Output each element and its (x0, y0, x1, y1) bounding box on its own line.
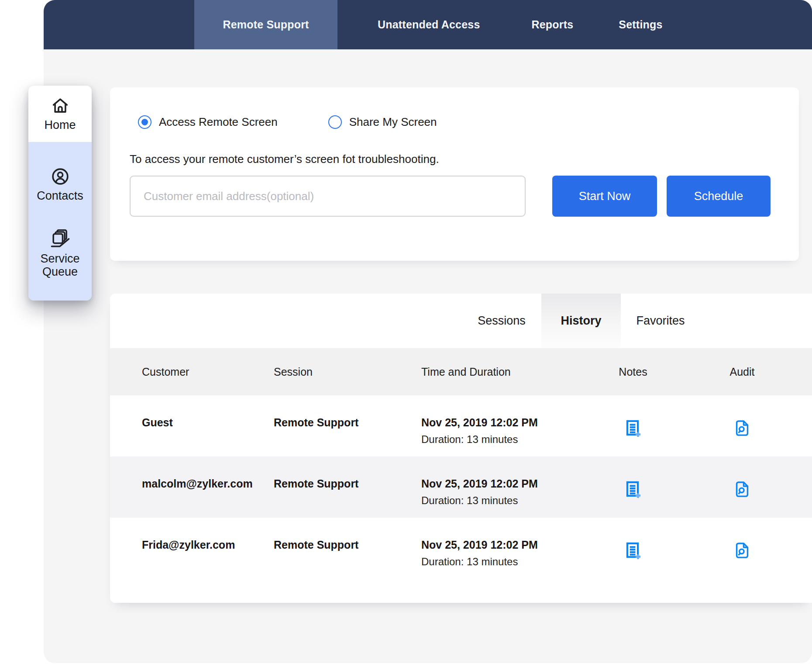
contacts-icon (50, 166, 70, 187)
sidebar-item-label: ServiceQueue (40, 252, 79, 278)
service-queue-icon (49, 228, 71, 249)
nav-tab-remote-support[interactable]: Remote Support (194, 0, 337, 49)
col-header-session: Session (274, 366, 421, 378)
audit-document-icon[interactable] (732, 418, 752, 440)
session-cell: Remote Support (274, 477, 421, 490)
radio-dot (141, 119, 148, 125)
time-cell: Nov 25, 2019 12:02 PM (421, 539, 578, 551)
nav-tab-unattended-access[interactable]: Unattended Access (378, 0, 480, 49)
col-header-audit: Audit (688, 366, 797, 378)
table-row: Guest Remote Support Nov 25, 2019 12:02 … (110, 395, 812, 456)
table-row: malcolm@zylker.com Remote Support Nov 25… (110, 456, 812, 518)
customer-email-input[interactable] (130, 176, 526, 217)
sessions-card: Sessions History Favorites Customer Sess… (110, 294, 812, 603)
duration-cell: Duration: 13 minutes (421, 433, 578, 446)
session-cell: Remote Support (274, 539, 421, 551)
share-my-screen-radio[interactable] (328, 115, 342, 129)
customer-cell: Guest (142, 416, 274, 429)
app-window: Remote Support Unattended Access Reports… (44, 0, 812, 663)
tabs-spacer (110, 294, 462, 348)
tab-sessions[interactable]: Sessions (462, 294, 541, 348)
start-session-form: Start Now Schedule (130, 176, 779, 217)
schedule-button[interactable]: Schedule (667, 176, 771, 217)
customer-cell: Frida@zylker.com (142, 539, 274, 551)
time-cell: Nov 25, 2019 12:02 PM (421, 477, 578, 490)
add-note-icon[interactable] (623, 540, 643, 562)
tab-label: History (561, 314, 601, 328)
home-icon (50, 96, 70, 116)
session-cell: Remote Support (274, 416, 421, 429)
sessions-tabs: Sessions History Favorites (110, 294, 812, 348)
sidebar-blue-section: Contacts ServiceQueue (28, 142, 92, 279)
customer-cell: malcolm@zylker.com (142, 477, 274, 490)
remote-access-card: Access Remote Screen Share My Screen To … (110, 87, 799, 261)
audit-document-icon[interactable] (732, 540, 752, 562)
sidebar-item-service-queue[interactable]: ServiceQueue (40, 228, 79, 278)
start-now-button[interactable]: Start Now (552, 176, 657, 217)
table-row: Frida@zylker.com Remote Support Nov 25, … (110, 518, 812, 603)
nav-spacer (44, 0, 194, 49)
tab-history[interactable]: History (541, 294, 621, 348)
instruction-text: To access your remote customer’s screen … (130, 152, 799, 166)
col-header-customer: Customer (142, 366, 274, 378)
audit-document-icon[interactable] (732, 479, 752, 501)
history-table-header: Customer Session Time and Duration Notes… (110, 348, 812, 395)
nav-tab-reports[interactable]: Reports (532, 0, 574, 49)
sidebar: Home Contacts (28, 86, 92, 301)
access-remote-screen-radio[interactable] (138, 115, 151, 129)
top-navigation: Remote Support Unattended Access Reports… (44, 0, 812, 49)
add-note-icon[interactable] (623, 418, 643, 440)
nav-tab-label: Remote Support (223, 18, 309, 31)
tab-label: Favorites (636, 314, 685, 328)
duration-cell: Duration: 13 minutes (421, 495, 578, 507)
sidebar-item-home[interactable]: Home (28, 86, 92, 142)
nav-tab-label: Reports (532, 18, 574, 31)
col-header-notes: Notes (578, 366, 688, 378)
screen-mode-radio-group: Access Remote Screen Share My Screen (110, 87, 799, 129)
page: Remote Support Unattended Access Reports… (0, 0, 812, 664)
sidebar-item-contacts[interactable]: Contacts (37, 166, 83, 202)
sidebar-item-label: Contacts (37, 189, 83, 202)
add-note-icon[interactable] (623, 479, 643, 501)
sidebar-item-label: Home (44, 118, 76, 131)
time-cell: Nov 25, 2019 12:02 PM (421, 416, 578, 429)
nav-tab-label: Settings (619, 18, 662, 31)
duration-cell: Duration: 13 minutes (421, 556, 578, 568)
share-my-screen-label[interactable]: Share My Screen (349, 115, 437, 129)
nav-tab-settings[interactable]: Settings (619, 0, 662, 49)
tab-label: Sessions (478, 314, 526, 328)
col-header-time-duration: Time and Duration (421, 366, 578, 378)
nav-tab-label: Unattended Access (378, 18, 480, 31)
tab-favorites[interactable]: Favorites (621, 294, 700, 348)
access-remote-screen-label[interactable]: Access Remote Screen (159, 115, 278, 129)
